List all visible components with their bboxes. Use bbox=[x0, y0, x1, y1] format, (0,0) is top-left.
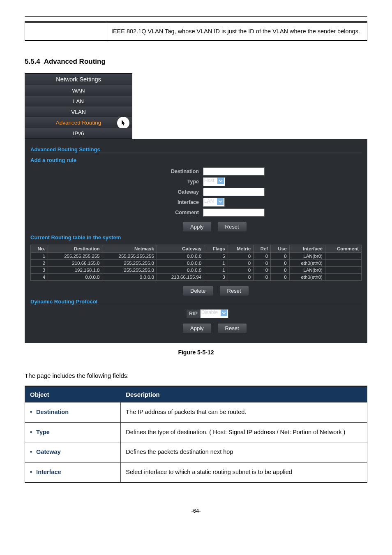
advanced-routing-settings-title: Advanced Routing Settings bbox=[30, 146, 362, 153]
cell-metric: 0 bbox=[228, 274, 253, 281]
table-row: • GatewayDefines the packets destination… bbox=[25, 442, 367, 462]
current-routing-table-title: Current Routing table in the system bbox=[30, 234, 362, 240]
rip-select[interactable]: Disable bbox=[200, 309, 228, 318]
nav-header: Network Settings bbox=[25, 74, 132, 85]
type-select-value: Host bbox=[204, 178, 214, 183]
cell-gw: 0.0.0.0 bbox=[157, 253, 204, 260]
cell-comment bbox=[325, 274, 361, 281]
th-comment: Comment bbox=[325, 245, 361, 253]
settings-panel: Advanced Routing Settings Add a routing … bbox=[25, 139, 367, 343]
vlan-note-text: IEEE 802.1Q VLAN Tag, whose VLAN ID is j… bbox=[107, 22, 367, 41]
cell-mask: 255.255.255.255 bbox=[102, 253, 157, 260]
cell-gw: 0.0.0.0 bbox=[157, 260, 204, 267]
cell-no: 1 bbox=[31, 253, 48, 260]
section-heading: 5.5.4 Advanced Routing bbox=[25, 58, 367, 66]
th-description: Description bbox=[121, 386, 367, 402]
chevron-down-icon bbox=[217, 198, 224, 205]
routing-table: No. Destination Netmask Gateway Flags Me… bbox=[30, 245, 362, 281]
vlan-note-table: IEEE 802.1Q VLAN Tag, whose VLAN ID is j… bbox=[25, 21, 367, 41]
cell-metric: 0 bbox=[228, 260, 253, 267]
table-row: • TypeDefines the type of destination. (… bbox=[25, 422, 367, 442]
figure-caption: Figure 5-5-12 bbox=[25, 349, 367, 356]
nav-item-ipv6[interactable]: IPv6 bbox=[25, 128, 132, 139]
th-interface: Interface bbox=[289, 245, 325, 253]
description-cell: Defines the packets destination next hop bbox=[121, 442, 367, 462]
apply-button[interactable]: Apply bbox=[182, 222, 212, 232]
cell-flags: 1 bbox=[204, 260, 228, 267]
cell-no: 4 bbox=[31, 274, 48, 281]
interface-select-value: LAN bbox=[204, 198, 214, 204]
section-number: 5.5.4 bbox=[25, 58, 40, 65]
cell-flags: 1 bbox=[204, 267, 228, 274]
table-row[interactable]: 3192.168.1.0255.255.255.00.0.0.01000LAN(… bbox=[31, 267, 362, 274]
cell-comment bbox=[325, 260, 361, 267]
table-row[interactable]: 1255.255.255.255255.255.255.2550.0.0.050… bbox=[31, 253, 362, 260]
cell-ref: 0 bbox=[254, 253, 271, 260]
chevron-down-icon bbox=[221, 310, 227, 316]
object-cell: • Gateway bbox=[25, 442, 121, 462]
cell-iface: eth0(eth0) bbox=[289, 274, 325, 281]
cell-flags: 5 bbox=[204, 253, 228, 260]
pointer-cursor-icon bbox=[117, 117, 129, 129]
cell-use: 0 bbox=[271, 267, 289, 274]
page-number: -64- bbox=[25, 508, 367, 514]
delete-button[interactable]: Delete bbox=[182, 286, 214, 296]
object-cell: • Destination bbox=[25, 402, 121, 423]
th-gateway: Gateway bbox=[157, 245, 204, 253]
reset-button-2[interactable]: Reset bbox=[219, 286, 249, 296]
reset-button-3[interactable]: Reset bbox=[217, 323, 247, 333]
cell-gw: 0.0.0.0 bbox=[157, 267, 204, 274]
object-cell: • Interface bbox=[25, 462, 121, 483]
type-select[interactable]: Host bbox=[203, 177, 225, 186]
label-comment: Comment bbox=[30, 210, 203, 215]
dynamic-routing-title: Dynamic Routing Protocol bbox=[30, 298, 362, 305]
cell-mask: 255.255.255.0 bbox=[102, 260, 157, 267]
page-top-rule bbox=[25, 16, 367, 17]
cell-use: 0 bbox=[271, 253, 289, 260]
interface-select[interactable]: LAN bbox=[203, 198, 225, 207]
label-destination: Destination bbox=[30, 169, 203, 174]
destination-input[interactable] bbox=[203, 167, 265, 176]
vlan-note-left bbox=[25, 22, 107, 41]
cell-no: 3 bbox=[31, 267, 48, 274]
cell-iface: eth0(eth0) bbox=[289, 260, 325, 267]
table-row[interactable]: 2210.66.155.0255.255.255.00.0.0.01000eth… bbox=[31, 260, 362, 267]
table-row[interactable]: 40.0.0.00.0.0.0210.66.155.943000eth0(eth… bbox=[31, 274, 362, 281]
comment-input[interactable] bbox=[203, 208, 265, 217]
cell-dest: 255.255.255.255 bbox=[48, 253, 102, 260]
th-ref: Ref bbox=[254, 245, 271, 253]
cell-gw: 210.66.155.94 bbox=[157, 274, 204, 281]
cell-ref: 0 bbox=[254, 274, 271, 281]
label-interface: Interface bbox=[30, 199, 203, 205]
intro-text: The page includes the following fields: bbox=[25, 372, 367, 379]
nav-item-label: Advanced Routing bbox=[56, 120, 101, 126]
cell-no: 2 bbox=[31, 260, 48, 267]
label-type: Type bbox=[30, 179, 203, 185]
cell-dest: 210.66.155.0 bbox=[48, 260, 102, 267]
add-routing-rule-title: Add a routing rule bbox=[30, 157, 362, 163]
object-cell: • Type bbox=[25, 422, 121, 442]
nav-item-wan[interactable]: WAN bbox=[25, 85, 132, 96]
fields-table: Object Description • DestinationThe IP a… bbox=[25, 386, 367, 483]
cell-mask: 0.0.0.0 bbox=[102, 274, 157, 281]
table-row: • DestinationThe IP address of packets t… bbox=[25, 402, 367, 423]
rip-select-value: Disable bbox=[201, 310, 218, 315]
th-use: Use bbox=[271, 245, 289, 253]
cell-ref: 0 bbox=[254, 267, 271, 274]
cell-mask: 255.255.255.0 bbox=[102, 267, 157, 274]
reset-button[interactable]: Reset bbox=[217, 222, 247, 232]
apply-button-2[interactable]: Apply bbox=[182, 323, 212, 333]
cell-use: 0 bbox=[271, 260, 289, 267]
gateway-input[interactable] bbox=[203, 188, 265, 196]
th-no: No. bbox=[31, 245, 48, 253]
label-gateway: Gateway bbox=[30, 189, 203, 195]
cell-dest: 0.0.0.0 bbox=[48, 274, 102, 281]
cell-use: 0 bbox=[271, 274, 289, 281]
cell-iface: LAN(br0) bbox=[289, 267, 325, 274]
cell-comment bbox=[325, 253, 361, 260]
nav-item-vlan[interactable]: VLAN bbox=[25, 106, 132, 117]
chevron-down-icon bbox=[217, 178, 224, 184]
label-rip: RIP bbox=[187, 310, 200, 318]
nav-item-advanced-routing[interactable]: Advanced Routing bbox=[25, 117, 132, 128]
nav-item-lan[interactable]: LAN bbox=[25, 96, 132, 106]
